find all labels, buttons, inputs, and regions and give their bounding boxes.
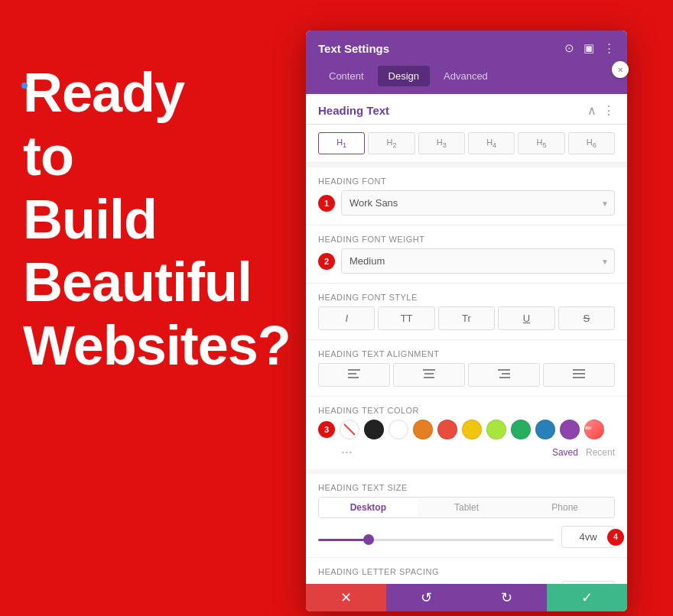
heading-font-weight-select-wrapper: Medium Light Regular Bold ▼ bbox=[341, 248, 615, 274]
section-more-icon[interactable]: ⋮ bbox=[603, 103, 615, 118]
panel-title: Text Settings bbox=[318, 42, 389, 55]
heading-h4-btn[interactable]: H4 bbox=[468, 132, 515, 154]
capitalize-btn[interactable]: Tr bbox=[438, 306, 495, 330]
columns-icon[interactable]: ▣ bbox=[584, 41, 594, 55]
heading-text-size-section: Heading Text Size Desktop Tablet Phone 4 bbox=[306, 474, 627, 557]
heading-font-style-label: Heading Font Style bbox=[318, 293, 615, 302]
cancel-button[interactable]: ✕ bbox=[306, 584, 386, 611]
badge-1: 1 bbox=[318, 195, 335, 212]
color-swatches: ✏ bbox=[340, 420, 604, 439]
heading-font-row: 1 Work Sans Arial Georgia ▼ bbox=[318, 190, 615, 216]
tab-advanced[interactable]: Advanced bbox=[433, 66, 499, 86]
heading-font-weight-section: Heading Font Weight 2 Medium Light Regul… bbox=[306, 225, 627, 283]
color-purple-swatch[interactable] bbox=[560, 420, 580, 439]
save-button[interactable]: ✓ bbox=[547, 584, 627, 611]
color-pencil-swatch[interactable]: ✏ bbox=[584, 420, 604, 439]
text-size-slider-wrap bbox=[318, 530, 554, 544]
heading-font-weight-label: Heading Font Weight bbox=[318, 235, 615, 244]
heading-h2-btn[interactable]: H2 bbox=[368, 132, 415, 154]
heading-font-section: Heading Font 1 Work Sans Arial Georgia ▼ bbox=[306, 167, 627, 225]
svg-rect-11 bbox=[573, 377, 585, 378]
heading-font-label: Heading Font bbox=[318, 177, 615, 186]
align-justify-btn[interactable] bbox=[543, 363, 615, 387]
heading-text-color-label: Heading Text Color bbox=[318, 406, 615, 415]
badge-2: 2 bbox=[318, 253, 335, 270]
heading-text-size-label: Heading Text Size bbox=[318, 483, 615, 492]
svg-rect-1 bbox=[348, 373, 356, 374]
blue-dot-indicator bbox=[21, 83, 28, 89]
italic-btn[interactable]: I bbox=[318, 306, 375, 330]
underline-btn[interactable]: U bbox=[498, 306, 554, 330]
heading-font-weight-row: 2 Medium Light Regular Bold ▼ bbox=[318, 248, 615, 274]
heading-levels: H1 H2 H3 H4 H5 H6 bbox=[306, 125, 627, 163]
heading-text-alignment-section: Heading Text Alignment bbox=[306, 339, 627, 396]
panel-body: Heading Text ∧ ⋮ H1 H2 H3 H4 H5 H6 Headi… bbox=[306, 94, 627, 584]
svg-rect-0 bbox=[348, 369, 360, 371]
heading-font-select-wrapper: Work Sans Arial Georgia ▼ bbox=[341, 190, 615, 216]
svg-rect-10 bbox=[573, 373, 585, 374]
color-white-swatch[interactable] bbox=[389, 420, 408, 439]
svg-rect-8 bbox=[499, 377, 510, 378]
svg-rect-6 bbox=[498, 369, 510, 371]
tab-design[interactable]: Design bbox=[378, 66, 430, 86]
device-tabs: Desktop Tablet Phone bbox=[318, 497, 615, 518]
color-black-swatch[interactable] bbox=[364, 420, 384, 439]
saved-tab[interactable]: Saved bbox=[552, 447, 578, 458]
badge-3: 3 bbox=[318, 421, 335, 438]
panel-header-icons: ⊙ ▣ ⋮ bbox=[564, 41, 615, 55]
svg-line-12 bbox=[344, 424, 355, 435]
section-header-actions: ∧ ⋮ bbox=[587, 103, 615, 118]
heading-font-weight-select[interactable]: Medium Light Regular Bold bbox=[341, 248, 615, 274]
uppercase-btn[interactable]: TT bbox=[378, 306, 434, 330]
color-transparent-swatch[interactable] bbox=[340, 420, 359, 439]
recent-tab[interactable]: Recent bbox=[586, 447, 615, 458]
svg-rect-5 bbox=[424, 377, 434, 378]
alignment-buttons bbox=[318, 363, 615, 387]
collapse-icon[interactable]: ∧ bbox=[587, 103, 597, 118]
color-red-swatch[interactable] bbox=[437, 420, 457, 439]
device-tab-desktop[interactable]: Desktop bbox=[319, 498, 418, 517]
heading-letter-spacing-label: Heading Letter Spacing bbox=[318, 567, 615, 576]
settings-panel: Text Settings ⊙ ▣ ⋮ Content Design Advan… bbox=[306, 31, 627, 611]
hero-text: ReadytoBuildBeautifulWebsites? bbox=[23, 61, 291, 378]
heading-text-alignment-label: Heading Text Alignment bbox=[318, 349, 615, 358]
heading-h6-btn[interactable]: H6 bbox=[568, 132, 615, 154]
heading-h5-btn[interactable]: H5 bbox=[518, 132, 564, 154]
panel-close-button[interactable]: ✕ bbox=[612, 61, 629, 78]
heading-h1-btn[interactable]: H1 bbox=[318, 132, 365, 154]
svg-rect-9 bbox=[573, 369, 585, 371]
heading-text-color-section: Heading Text Color 3 bbox=[306, 396, 627, 469]
align-center-btn[interactable] bbox=[393, 363, 465, 387]
color-green-swatch[interactable] bbox=[511, 420, 531, 439]
panel-header: Text Settings ⊙ ▣ ⋮ bbox=[306, 31, 627, 66]
section-header: Heading Text ∧ ⋮ bbox=[306, 94, 627, 125]
color-more-btn[interactable]: ··· bbox=[341, 444, 353, 460]
heading-letter-spacing-section: Heading Letter Spacing bbox=[306, 557, 627, 584]
color-lightgreen-swatch[interactable] bbox=[486, 420, 506, 439]
text-size-slider-row: 4 bbox=[318, 526, 615, 548]
color-yellow-swatch[interactable] bbox=[462, 420, 482, 439]
heading-h3-btn[interactable]: H3 bbox=[418, 132, 465, 154]
align-right-btn[interactable] bbox=[468, 363, 540, 387]
color-orange-swatch[interactable] bbox=[413, 420, 433, 439]
align-left-btn[interactable] bbox=[318, 363, 390, 387]
font-style-buttons: I TT Tr U S bbox=[318, 306, 615, 330]
device-tab-tablet[interactable]: Tablet bbox=[418, 498, 516, 517]
text-size-slider[interactable] bbox=[318, 539, 554, 541]
panel-footer: ✕ ↺ ↻ ✓ bbox=[306, 584, 627, 611]
tab-bar: Content Design Advanced bbox=[306, 66, 627, 94]
svg-rect-7 bbox=[502, 373, 510, 374]
section-title: Heading Text bbox=[318, 104, 389, 117]
device-tab-phone[interactable]: Phone bbox=[515, 498, 614, 517]
svg-rect-2 bbox=[348, 377, 359, 378]
svg-rect-4 bbox=[424, 373, 434, 374]
more-options-icon[interactable]: ⋮ bbox=[603, 41, 615, 55]
responsive-icon[interactable]: ⊙ bbox=[564, 41, 574, 55]
tab-content[interactable]: Content bbox=[318, 66, 375, 86]
redo-button[interactable]: ↻ bbox=[467, 584, 547, 611]
reset-button[interactable]: ↺ bbox=[386, 584, 467, 611]
heading-font-select[interactable]: Work Sans Arial Georgia bbox=[341, 190, 615, 216]
color-blue-swatch[interactable] bbox=[535, 420, 555, 439]
strikethrough-btn[interactable]: S bbox=[558, 306, 615, 330]
badge-4: 4 bbox=[607, 529, 624, 546]
